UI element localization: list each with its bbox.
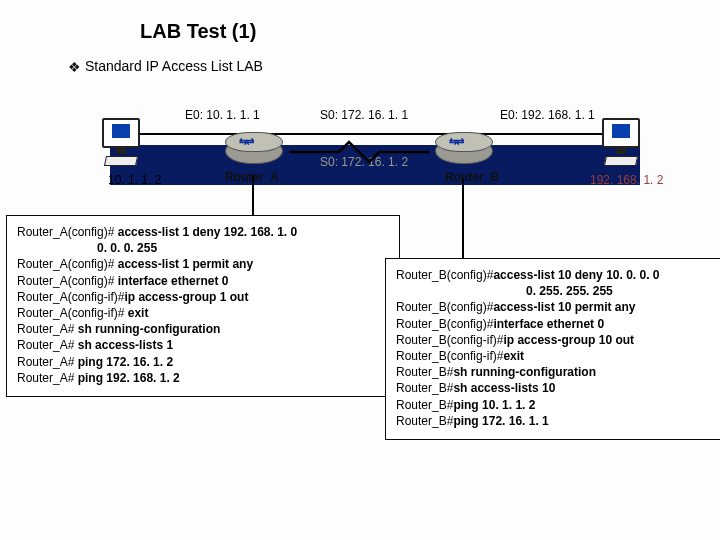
label-host-left: 10. 1. 1. 2 xyxy=(108,173,161,187)
config-line: Router_B(config-if)#ip access-group 10 o… xyxy=(396,332,716,348)
host-pc-left-icon xyxy=(100,118,142,166)
config-line: Router_A(config)# access-list 1 permit a… xyxy=(17,256,389,272)
config-line: Router_B#sh running-configuration xyxy=(396,364,716,380)
serial-link-icon xyxy=(289,140,429,164)
ethernet-cable xyxy=(105,133,625,135)
router-b-icon: ⇆⇄ xyxy=(435,138,491,170)
leader-line-b xyxy=(462,178,464,258)
config-line: Router_B(config)#interface ethernet 0 xyxy=(396,316,716,332)
config-line: Router_B(config)#access-list 10 permit a… xyxy=(396,299,716,315)
config-line: Router_A# ping 172. 16. 1. 2 xyxy=(17,354,389,370)
config-line: Router_B#ping 172. 16. 1. 1 xyxy=(396,413,716,429)
config-line: Router_A# ping 192. 168. 1. 2 xyxy=(17,370,389,386)
leader-line-a xyxy=(252,175,254,215)
label-e0-right: E0: 192. 168. 1. 1 xyxy=(500,108,595,122)
config-line: Router_A(config-if)# exit xyxy=(17,305,389,321)
config-line: 0. 255. 255. 255 xyxy=(396,283,716,299)
label-e0-left: E0: 10. 1. 1. 1 xyxy=(185,108,260,122)
label-router-b: Router_B xyxy=(445,170,499,184)
config-line: Router_B#sh access-lists 10 xyxy=(396,380,716,396)
config-box-router-a: Router_A(config)# access-list 1 deny 192… xyxy=(6,215,400,397)
label-host-right: 192. 168. 1. 2 xyxy=(590,173,663,187)
router-a-icon: ⇆⇄ xyxy=(225,138,281,170)
config-line: Router_B#ping 10. 1. 1. 2 xyxy=(396,397,716,413)
subtitle: Standard IP Access List LAB xyxy=(85,58,263,74)
config-line: Router_A(config)# access-list 1 deny 192… xyxy=(17,224,389,240)
slide: LAB Test (1) ❖ Standard IP Access List L… xyxy=(0,0,720,540)
config-line: 0. 0. 0. 255 xyxy=(17,240,389,256)
label-s0: S0: 172. 16. 1. 1 xyxy=(320,108,408,122)
page-title: LAB Test (1) xyxy=(140,20,256,43)
bullet-icon: ❖ xyxy=(68,59,81,75)
config-line: Router_B(config-if)#exit xyxy=(396,348,716,364)
config-line: Router_A(config)# interface ethernet 0 xyxy=(17,273,389,289)
config-box-router-b: Router_B(config)#access-list 10 deny 10.… xyxy=(385,258,720,440)
host-pc-right-icon xyxy=(600,118,642,166)
config-line: Router_A(config-if)#ip access-group 1 ou… xyxy=(17,289,389,305)
config-line: Router_A# sh running-configuration xyxy=(17,321,389,337)
config-line: Router_B(config)#access-list 10 deny 10.… xyxy=(396,267,716,283)
config-line: Router_A# sh access-lists 1 xyxy=(17,337,389,353)
